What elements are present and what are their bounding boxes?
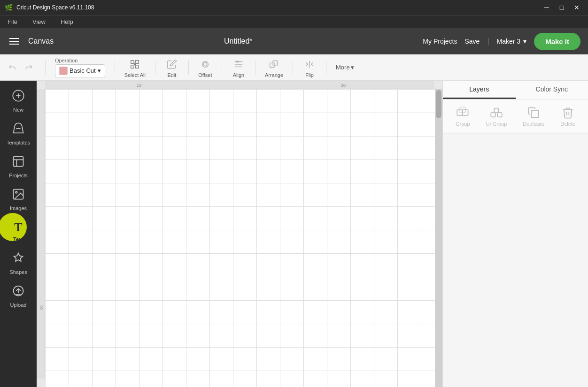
duplicate-button[interactable]: Duplicate: [519, 104, 548, 129]
machine-selector-button[interactable]: Maker 3 ▾: [497, 38, 527, 45]
canvas-scrollbar-vertical[interactable]: [435, 89, 442, 387]
svg-rect-31: [494, 108, 498, 113]
svg-rect-29: [491, 113, 495, 117]
separator-7: [293, 61, 293, 75]
ruler-v-10: 10: [39, 305, 44, 310]
delete-button[interactable]: Delete: [557, 104, 579, 129]
group-button[interactable]: Group: [452, 104, 474, 129]
shapes-icon: [12, 251, 25, 267]
sidebar-item-images-label: Images: [10, 205, 27, 211]
ruler-vertical: 10: [37, 89, 45, 379]
header: Canvas Untitled* My Projects Save | Make…: [0, 28, 588, 54]
header-right: My Projects Save | Maker 3 ▾ Make It: [423, 33, 580, 50]
svg-rect-2: [131, 65, 134, 68]
offset-button[interactable]: [198, 57, 212, 71]
flip-label: Flip: [305, 72, 314, 78]
tab-layers[interactable]: Layers: [443, 81, 516, 99]
svg-rect-30: [497, 113, 502, 117]
sidebar-item-new[interactable]: New: [2, 85, 34, 116]
sidebar-item-text-label: Text: [13, 236, 23, 242]
canvas-scrollbar-thumb[interactable]: [436, 90, 441, 118]
sidebar-item-shapes[interactable]: Shapes: [2, 248, 34, 279]
make-it-button[interactable]: Make It: [534, 33, 580, 50]
undo-redo-group: [6, 61, 36, 74]
more-button[interactable]: More ▾: [336, 64, 354, 71]
app-logo: 🌿: [5, 4, 13, 11]
align-group: Align: [232, 57, 246, 78]
svg-point-4: [134, 63, 136, 65]
ungroup-label: UnGroup: [486, 121, 507, 127]
align-label: Align: [233, 72, 244, 78]
maximize-button[interactable]: □: [555, 1, 568, 14]
my-projects-button[interactable]: My Projects: [423, 38, 457, 45]
flip-button[interactable]: [302, 57, 317, 71]
sidebar-item-images[interactable]: Images: [2, 184, 34, 215]
app-title: Cricut Design Space v6.11.108: [16, 4, 94, 11]
hamburger-menu-button[interactable]: [8, 36, 21, 46]
offset-label: Offset: [198, 72, 212, 78]
svg-rect-0: [131, 60, 134, 63]
separator-5: [222, 61, 222, 75]
machine-dropdown-icon: ▾: [523, 38, 526, 45]
sidebar-item-templates[interactable]: Templates: [2, 118, 34, 149]
sidebar-item-projects[interactable]: Projects: [2, 151, 34, 182]
align-button[interactable]: [232, 57, 246, 71]
edit-button[interactable]: [165, 57, 179, 71]
sidebar: New Templates Projects: [0, 81, 37, 387]
right-panel: Layers Color Sync Group: [442, 81, 588, 387]
main-layout: New Templates Projects: [0, 81, 588, 387]
separator-2: [115, 61, 115, 75]
images-icon: [12, 188, 25, 204]
sidebar-item-templates-label: Templates: [7, 140, 30, 145]
save-button[interactable]: Save: [464, 38, 480, 45]
canvas-label: Canvas: [28, 37, 54, 46]
separator-3: [155, 61, 155, 75]
separator-6: [255, 61, 255, 75]
svg-point-22: [15, 191, 17, 193]
arrange-label: Arrange: [265, 72, 283, 78]
more-dropdown-icon: ▾: [351, 64, 354, 71]
title-bar-controls: ─ □ ✕: [540, 1, 583, 14]
svg-rect-18: [14, 157, 23, 167]
header-divider: |: [487, 37, 489, 46]
ruler-h-10: 10: [137, 83, 141, 88]
new-icon: [12, 89, 25, 105]
offset-group: Offset: [198, 57, 212, 78]
undo-button[interactable]: [6, 61, 20, 74]
svg-rect-32: [532, 110, 539, 117]
sidebar-item-upload[interactable]: Upload: [2, 281, 34, 311]
edit-label: Edit: [167, 72, 176, 78]
flip-group: Flip: [302, 57, 317, 78]
minimize-button[interactable]: ─: [540, 1, 553, 14]
templates-icon: [12, 122, 25, 138]
sidebar-item-text[interactable]: T Text: [2, 217, 34, 246]
operation-color-swatch: [59, 67, 68, 75]
sidebar-item-upload-label: Upload: [10, 302, 27, 308]
ungroup-button[interactable]: UnGroup: [482, 104, 511, 129]
close-button[interactable]: ✕: [570, 1, 583, 14]
project-title: Untitled*: [61, 37, 415, 46]
menu-help[interactable]: Help: [58, 17, 76, 26]
toolbar: Operation Basic Cut ▾ Select All Edit: [0, 54, 588, 81]
svg-point-5: [202, 61, 208, 67]
tab-color-sync[interactable]: Color Sync: [516, 81, 588, 99]
select-all-label: Select All: [124, 72, 146, 78]
operation-label: Operation: [55, 58, 77, 63]
delete-label: Delete: [560, 121, 575, 127]
redo-button[interactable]: [22, 61, 36, 74]
canvas-area: 10 20 10: [37, 81, 442, 387]
select-all-button[interactable]: [128, 57, 142, 71]
projects-icon: [12, 155, 25, 171]
operation-group: Operation Basic Cut ▾: [55, 58, 105, 77]
sidebar-item-new-label: New: [13, 107, 23, 113]
group-label: Group: [456, 121, 470, 127]
canvas-grid: [45, 89, 442, 387]
menu-bar: File View Help: [0, 15, 588, 28]
arrange-button[interactable]: [267, 57, 281, 71]
menu-view[interactable]: View: [30, 17, 48, 26]
more-label: More: [336, 64, 350, 71]
canvas-workspace[interactable]: [45, 89, 442, 387]
svg-point-6: [203, 62, 207, 66]
menu-file[interactable]: File: [5, 17, 20, 26]
operation-selector[interactable]: Basic Cut ▾: [55, 64, 105, 77]
